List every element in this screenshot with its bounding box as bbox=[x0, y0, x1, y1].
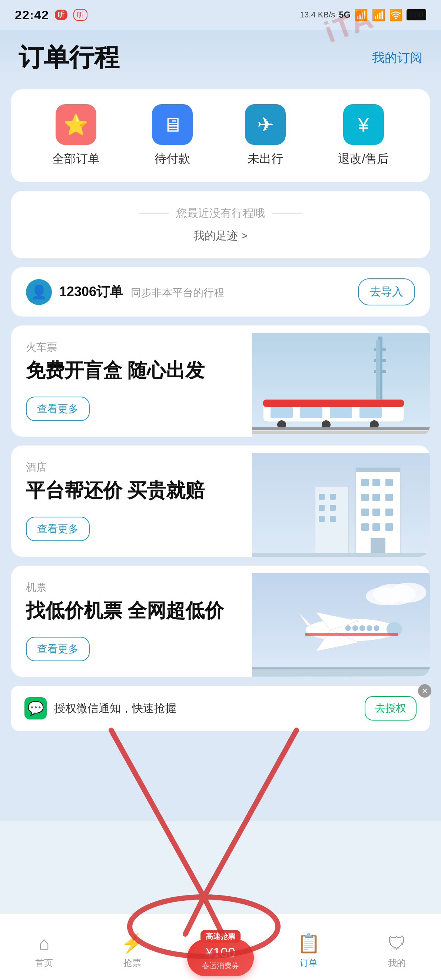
nav-grab-ticket[interactable]: ⚡ 抢票 bbox=[88, 932, 177, 980]
train-svg bbox=[252, 333, 430, 437]
nav-center-fab[interactable]: 高速抢票 ¥100 春运消费券 bbox=[177, 930, 264, 980]
sync-avatar-icon: 👤 bbox=[26, 279, 52, 305]
svg-rect-24 bbox=[373, 494, 380, 501]
page-header: 订单行程 我的订阅 bbox=[0, 30, 441, 82]
nav-my[interactable]: 🛡 我的 bbox=[353, 932, 441, 980]
page-title: 订单行程 bbox=[19, 41, 119, 75]
sync-import-button[interactable]: 去导入 bbox=[358, 278, 415, 305]
svg-rect-19 bbox=[356, 468, 400, 472]
bottom-navigation: ⌂ 首页 ⚡ 抢票 高速抢票 ¥100 春运消费券 📋 订单 🛡 我的 bbox=[0, 913, 441, 980]
bottom-spacer bbox=[11, 740, 430, 814]
svg-rect-36 bbox=[319, 505, 325, 511]
fab-sublabel: 春运消费券 bbox=[202, 961, 239, 971]
nav-home[interactable]: ⌂ 首页 bbox=[0, 932, 88, 980]
order-icons-card: ⭐ 全部订单 🖥 待付款 ✈ 未出行 ¥ 退改/售后 bbox=[11, 89, 430, 182]
svg-rect-38 bbox=[319, 516, 325, 522]
svg-rect-26 bbox=[361, 509, 369, 516]
hotel-promo-card: 酒店 平台帮还价 买贵就赔 查看更多 bbox=[11, 445, 430, 557]
svg-rect-10 bbox=[330, 407, 352, 418]
svg-rect-57 bbox=[252, 667, 430, 670]
empty-message: 您最近没有行程哦 bbox=[11, 206, 430, 221]
plane-svg bbox=[252, 573, 430, 676]
svg-point-52 bbox=[360, 625, 365, 631]
svg-rect-5 bbox=[376, 340, 380, 399]
empty-state-card: 您最近没有行程哦 我的足迹 > bbox=[11, 191, 430, 258]
fab-icon: ¥100 bbox=[206, 945, 235, 961]
pending-orders-icon: 🖥 bbox=[152, 104, 193, 145]
svg-rect-40 bbox=[252, 553, 430, 557]
svg-rect-3 bbox=[374, 359, 386, 362]
person-icon: 👤 bbox=[31, 284, 48, 300]
svg-rect-15 bbox=[252, 427, 430, 430]
authorize-button[interactable]: 去授权 bbox=[365, 696, 417, 721]
svg-rect-7 bbox=[263, 399, 404, 407]
nav-grab-label: 抢票 bbox=[123, 957, 141, 969]
svg-rect-2 bbox=[374, 348, 386, 351]
sync-row: 👤 12306订单 同步非本平台的行程 去导入 bbox=[11, 267, 430, 317]
flight-more-button[interactable]: 查看更多 bbox=[26, 637, 90, 661]
coupon-fab[interactable]: ¥100 春运消费券 bbox=[187, 939, 254, 976]
my-icon: 🛡 bbox=[388, 932, 406, 954]
order-icon-untravel[interactable]: ✈ 未出行 bbox=[245, 104, 286, 167]
order-icon-all[interactable]: ⭐ 全部订单 bbox=[52, 104, 100, 167]
notif-left: 💬 授权微信通知，快速抢握 bbox=[24, 697, 177, 719]
home-icon: ⌂ bbox=[38, 932, 50, 954]
hotel-more-button[interactable]: 查看更多 bbox=[26, 517, 90, 541]
svg-rect-20 bbox=[361, 479, 369, 486]
svg-point-54 bbox=[345, 625, 351, 631]
order-icon: 📋 bbox=[297, 932, 320, 954]
footprint-link[interactable]: 我的足迹 > bbox=[193, 228, 248, 243]
train-promo-card: 火车票 免费开盲盒 随心出发 查看更多 bbox=[11, 325, 430, 437]
sync-info: 12306订单 同步非本平台的行程 bbox=[59, 283, 224, 301]
hotel-svg bbox=[252, 453, 430, 557]
svg-rect-55 bbox=[306, 633, 398, 636]
nav-order-label: 订单 bbox=[300, 957, 318, 969]
svg-rect-31 bbox=[385, 523, 393, 531]
grab-icon: ⚡ bbox=[121, 932, 144, 954]
refund-orders-icon: ¥ bbox=[343, 104, 384, 145]
svg-rect-22 bbox=[385, 479, 393, 486]
all-orders-icon: ⭐ bbox=[56, 104, 96, 145]
svg-rect-21 bbox=[373, 479, 380, 486]
flight-promo-card: 机票 找低价机票 全网超低价 查看更多 bbox=[11, 566, 430, 677]
nav-my-label: 我的 bbox=[388, 957, 406, 969]
svg-rect-39 bbox=[330, 516, 336, 522]
sync-title: 12306订单 bbox=[59, 284, 123, 299]
wechat-icon: 💬 bbox=[24, 697, 47, 719]
close-notification-button[interactable]: ✕ bbox=[418, 684, 431, 698]
svg-point-44 bbox=[366, 587, 401, 605]
svg-rect-11 bbox=[360, 407, 382, 418]
svg-rect-27 bbox=[373, 509, 380, 516]
sync-desc: 同步非本平台的行程 bbox=[131, 287, 224, 298]
pending-orders-label: 待付款 bbox=[154, 151, 190, 167]
nav-order[interactable]: 📋 订单 bbox=[264, 932, 353, 980]
fab-badge: 高速抢票 bbox=[201, 930, 240, 943]
order-icon-pending[interactable]: 🖥 待付款 bbox=[152, 104, 193, 167]
svg-rect-34 bbox=[319, 494, 325, 500]
svg-rect-4 bbox=[374, 370, 386, 373]
svg-rect-37 bbox=[330, 505, 336, 511]
all-orders-label: 全部订单 bbox=[52, 151, 100, 167]
listen-badge2: 听 bbox=[73, 9, 88, 21]
wechat-logo-icon: 💬 bbox=[27, 700, 44, 716]
order-icons-row: ⭐ 全部订单 🖥 待付款 ✈ 未出行 ¥ 退改/售后 bbox=[26, 104, 415, 167]
status-time: 22:42 bbox=[15, 8, 49, 22]
train-more-button[interactable]: 查看更多 bbox=[26, 396, 90, 421]
svg-rect-35 bbox=[330, 494, 336, 500]
nav-home-label: 首页 bbox=[35, 957, 53, 969]
svg-point-50 bbox=[374, 625, 379, 631]
svg-rect-30 bbox=[373, 523, 380, 531]
order-icon-refund[interactable]: ¥ 退改/售后 bbox=[338, 104, 389, 167]
svg-rect-25 bbox=[385, 494, 393, 501]
flight-image bbox=[252, 573, 430, 677]
refund-orders-label: 退改/售后 bbox=[338, 151, 389, 167]
svg-rect-16 bbox=[252, 431, 430, 434]
battery-indicator: 100 bbox=[406, 9, 426, 21]
svg-point-51 bbox=[366, 625, 372, 631]
svg-rect-29 bbox=[361, 523, 369, 531]
fab-container: 高速抢票 ¥100 春运消费券 bbox=[187, 930, 254, 976]
sync-left: 👤 12306订单 同步非本平台的行程 bbox=[26, 279, 224, 305]
svg-rect-8 bbox=[271, 407, 293, 418]
subscription-link[interactable]: 我的订阅 bbox=[372, 49, 422, 66]
svg-rect-28 bbox=[385, 509, 393, 516]
